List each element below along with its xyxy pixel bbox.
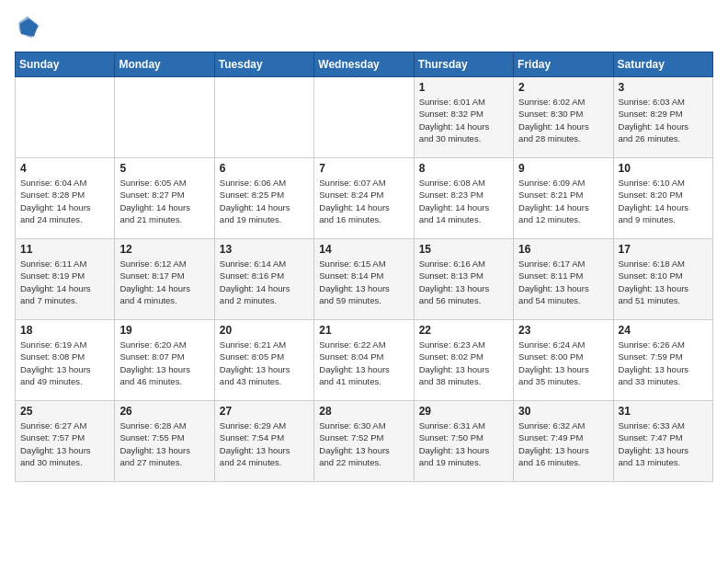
calendar-cell: 23Sunrise: 6:24 AM Sunset: 8:00 PM Dayli… [514,320,613,401]
day-number: 27 [220,405,309,418]
day-number: 24 [619,324,708,337]
cell-content: Sunrise: 6:23 AM Sunset: 8:02 PM Dayligh… [419,339,508,387]
cell-content: Sunrise: 6:01 AM Sunset: 8:32 PM Dayligh… [419,96,508,144]
cell-content: Sunrise: 6:16 AM Sunset: 8:13 PM Dayligh… [419,258,508,306]
cell-content: Sunrise: 6:10 AM Sunset: 8:20 PM Dayligh… [619,177,708,225]
calendar-cell: 20Sunrise: 6:21 AM Sunset: 8:05 PM Dayli… [214,320,313,401]
calendar-cell: 22Sunrise: 6:23 AM Sunset: 8:02 PM Dayli… [414,320,513,401]
calendar-cell: 27Sunrise: 6:29 AM Sunset: 7:54 PM Dayli… [214,401,313,482]
calendar-cell: 1Sunrise: 6:01 AM Sunset: 8:32 PM Daylig… [414,77,513,158]
calendar-cell: 2Sunrise: 6:02 AM Sunset: 8:30 PM Daylig… [514,77,613,158]
day-number: 19 [119,324,209,337]
calendar-week-1: 1Sunrise: 6:01 AM Sunset: 8:32 PM Daylig… [16,77,713,158]
cell-content: Sunrise: 6:18 AM Sunset: 8:10 PM Dayligh… [619,258,708,306]
calendar-cell: 11Sunrise: 6:11 AM Sunset: 8:19 PM Dayli… [16,239,115,320]
calendar-cell: 13Sunrise: 6:14 AM Sunset: 8:16 PM Dayli… [214,239,313,320]
day-number: 13 [220,243,309,256]
calendar-cell: 21Sunrise: 6:22 AM Sunset: 8:04 PM Dayli… [314,320,414,401]
day-number: 3 [619,81,708,94]
cell-content: Sunrise: 6:11 AM Sunset: 8:19 PM Dayligh… [20,258,109,306]
cell-content: Sunrise: 6:28 AM Sunset: 7:55 PM Dayligh… [119,419,209,468]
weekday-header-monday: Monday [115,52,214,77]
day-number: 11 [20,243,109,256]
day-number: 4 [20,162,109,175]
logo [15,15,44,40]
cell-content: Sunrise: 6:07 AM Sunset: 8:24 PM Dayligh… [319,177,408,225]
day-number: 20 [220,324,309,337]
weekday-header-wednesday: Wednesday [314,52,414,77]
day-number: 2 [518,81,608,94]
cell-content: Sunrise: 6:09 AM Sunset: 8:21 PM Dayligh… [518,177,608,225]
weekday-header-thursday: Thursday [414,52,513,77]
cell-content: Sunrise: 6:02 AM Sunset: 8:30 PM Dayligh… [518,96,608,144]
weekday-row: SundayMondayTuesdayWednesdayThursdayFrid… [16,52,713,77]
cell-content: Sunrise: 6:14 AM Sunset: 8:16 PM Dayligh… [220,258,309,306]
day-number: 29 [419,405,508,418]
calendar-week-4: 18Sunrise: 6:19 AM Sunset: 8:08 PM Dayli… [16,320,713,401]
weekday-header-friday: Friday [514,52,613,77]
calendar-cell: 26Sunrise: 6:28 AM Sunset: 7:55 PM Dayli… [115,401,214,482]
day-number: 26 [119,405,209,418]
calendar-cell: 12Sunrise: 6:12 AM Sunset: 8:17 PM Dayli… [115,239,214,320]
calendar-table: SundayMondayTuesdayWednesdayThursdayFrid… [15,52,713,482]
day-number: 7 [319,162,408,175]
cell-content: Sunrise: 6:04 AM Sunset: 8:28 PM Dayligh… [20,177,109,225]
cell-content: Sunrise: 6:22 AM Sunset: 8:04 PM Dayligh… [319,339,408,387]
day-number: 22 [419,324,508,337]
day-number: 15 [419,243,508,256]
calendar-cell: 19Sunrise: 6:20 AM Sunset: 8:07 PM Dayli… [115,320,214,401]
calendar-cell [314,77,414,158]
day-number: 23 [518,324,608,337]
calendar-cell: 7Sunrise: 6:07 AM Sunset: 8:24 PM Daylig… [314,158,414,239]
calendar-cell: 5Sunrise: 6:05 AM Sunset: 8:27 PM Daylig… [115,158,214,239]
calendar-cell: 6Sunrise: 6:06 AM Sunset: 8:25 PM Daylig… [214,158,313,239]
calendar-cell: 3Sunrise: 6:03 AM Sunset: 8:29 PM Daylig… [613,77,712,158]
cell-content: Sunrise: 6:08 AM Sunset: 8:23 PM Dayligh… [419,177,508,225]
cell-content: Sunrise: 6:17 AM Sunset: 8:11 PM Dayligh… [518,258,608,306]
day-number: 17 [619,243,708,256]
calendar-cell: 16Sunrise: 6:17 AM Sunset: 8:11 PM Dayli… [514,239,613,320]
day-number: 5 [119,162,209,175]
day-number: 18 [20,324,109,337]
day-number: 9 [518,162,608,175]
cell-content: Sunrise: 6:20 AM Sunset: 8:07 PM Dayligh… [119,339,209,387]
calendar-cell: 15Sunrise: 6:16 AM Sunset: 8:13 PM Dayli… [414,239,513,320]
day-number: 6 [220,162,309,175]
cell-content: Sunrise: 6:29 AM Sunset: 7:54 PM Dayligh… [220,419,309,468]
cell-content: Sunrise: 6:06 AM Sunset: 8:25 PM Dayligh… [220,177,309,225]
weekday-header-saturday: Saturday [613,52,712,77]
calendar-cell: 25Sunrise: 6:27 AM Sunset: 7:57 PM Dayli… [16,401,115,482]
calendar-week-5: 25Sunrise: 6:27 AM Sunset: 7:57 PM Dayli… [16,401,713,482]
calendar-cell: 10Sunrise: 6:10 AM Sunset: 8:20 PM Dayli… [613,158,712,239]
cell-content: Sunrise: 6:19 AM Sunset: 8:08 PM Dayligh… [20,339,109,387]
cell-content: Sunrise: 6:33 AM Sunset: 7:47 PM Dayligh… [619,419,708,468]
calendar-body: 1Sunrise: 6:01 AM Sunset: 8:32 PM Daylig… [16,77,713,482]
calendar-cell: 29Sunrise: 6:31 AM Sunset: 7:50 PM Dayli… [414,401,513,482]
day-number: 14 [319,243,408,256]
calendar-cell: 31Sunrise: 6:33 AM Sunset: 7:47 PM Dayli… [613,401,712,482]
calendar-header: SundayMondayTuesdayWednesdayThursdayFrid… [16,52,713,77]
cell-content: Sunrise: 6:15 AM Sunset: 8:14 PM Dayligh… [319,258,408,306]
cell-content: Sunrise: 6:05 AM Sunset: 8:27 PM Dayligh… [119,177,209,225]
cell-content: Sunrise: 6:21 AM Sunset: 8:05 PM Dayligh… [220,339,309,387]
cell-content: Sunrise: 6:30 AM Sunset: 7:52 PM Dayligh… [319,419,408,468]
day-number: 21 [319,324,408,337]
day-number: 8 [419,162,508,175]
calendar-cell: 14Sunrise: 6:15 AM Sunset: 8:14 PM Dayli… [314,239,414,320]
day-number: 25 [20,405,109,418]
calendar-cell: 9Sunrise: 6:09 AM Sunset: 8:21 PM Daylig… [514,158,613,239]
calendar-cell: 8Sunrise: 6:08 AM Sunset: 8:23 PM Daylig… [414,158,513,239]
day-number: 30 [518,405,608,418]
cell-content: Sunrise: 6:24 AM Sunset: 8:00 PM Dayligh… [518,339,608,387]
calendar-cell [16,77,115,158]
calendar-week-3: 11Sunrise: 6:11 AM Sunset: 8:19 PM Dayli… [16,239,713,320]
day-number: 28 [319,405,408,418]
day-number: 12 [119,243,209,256]
calendar-cell: 18Sunrise: 6:19 AM Sunset: 8:08 PM Dayli… [16,320,115,401]
cell-content: Sunrise: 6:27 AM Sunset: 7:57 PM Dayligh… [20,419,109,468]
day-number: 16 [518,243,608,256]
cell-content: Sunrise: 6:26 AM Sunset: 7:59 PM Dayligh… [619,339,708,387]
calendar-cell: 28Sunrise: 6:30 AM Sunset: 7:52 PM Dayli… [314,401,414,482]
weekday-header-tuesday: Tuesday [214,52,313,77]
page-header [15,15,713,40]
